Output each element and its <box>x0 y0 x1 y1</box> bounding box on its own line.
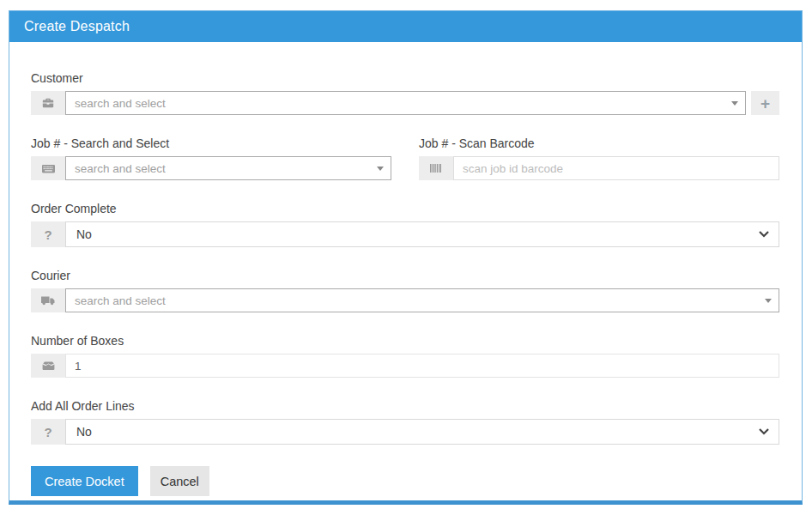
number-of-boxes-label: Number of Boxes <box>31 334 779 348</box>
job-scan-input[interactable] <box>453 156 779 180</box>
briefcase-icon <box>31 91 65 115</box>
add-all-order-lines-select[interactable]: No <box>65 419 779 445</box>
form-actions: Create Docket Cancel <box>31 466 779 496</box>
create-despatch-panel: Create Despatch Customer + <box>9 10 803 505</box>
add-customer-button[interactable]: + <box>751 91 779 115</box>
panel-title: Create Despatch <box>9 11 802 42</box>
truck-icon <box>31 288 65 312</box>
barcode-icon <box>419 156 453 180</box>
number-of-boxes-input[interactable] <box>65 354 779 378</box>
job-search-label: Job # - Search and Select <box>31 136 391 150</box>
cancel-button[interactable]: Cancel <box>150 466 209 496</box>
keyboard-icon <box>31 156 65 180</box>
customer-search-input[interactable] <box>65 91 746 115</box>
customer-label: Customer <box>31 71 779 85</box>
add-all-order-lines-label: Add All Order Lines <box>31 399 779 413</box>
box-open-icon <box>31 354 65 378</box>
order-complete-select[interactable]: No <box>65 221 779 247</box>
customer-row: Customer + <box>31 71 779 115</box>
order-complete-label: Order Complete <box>31 202 779 215</box>
job-scan-label: Job # - Scan Barcode <box>419 136 779 150</box>
number-of-boxes-row: Number of Boxes <box>31 334 779 378</box>
courier-search-input[interactable] <box>65 288 779 312</box>
order-complete-row: Order Complete ? No <box>31 202 779 247</box>
add-all-order-lines-row: Add All Order Lines ? No <box>31 399 779 445</box>
job-search-input[interactable] <box>65 156 391 180</box>
form-content: Customer + Job # - Search and Select <box>9 42 802 496</box>
order-complete-value: No <box>76 227 92 241</box>
question-icon: ? <box>31 419 65 445</box>
add-all-order-lines-value: No <box>76 425 92 439</box>
courier-row: Courier <box>31 269 779 312</box>
question-icon: ? <box>31 221 65 247</box>
create-docket-button[interactable]: Create Docket <box>31 466 138 496</box>
courier-label: Courier <box>31 269 779 282</box>
job-row: Job # - Search and Select <box>31 136 779 180</box>
chevron-down-icon <box>759 428 769 435</box>
chevron-down-icon <box>759 231 769 238</box>
